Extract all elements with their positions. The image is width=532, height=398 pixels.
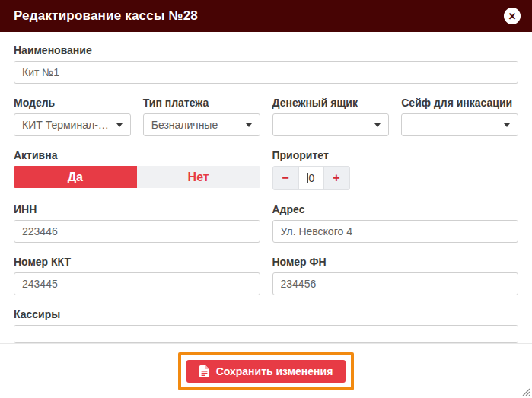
field-model: Модель КИТ Терминал-… bbox=[14, 97, 131, 136]
kkt-input[interactable] bbox=[14, 272, 260, 295]
payment-type-label: Тип платежа bbox=[143, 97, 260, 109]
modal-body: Наименование Модель КИТ Терминал-… Тип п… bbox=[0, 44, 532, 343]
modal-title: Редактирование кассы №28 bbox=[14, 8, 198, 24]
address-input[interactable] bbox=[272, 220, 519, 243]
resize-handle-icon[interactable] bbox=[520, 386, 530, 396]
priority-stepper: − 0 + bbox=[272, 166, 350, 190]
save-button[interactable]: Сохранить изменения bbox=[186, 360, 346, 383]
minus-icon[interactable]: − bbox=[273, 167, 298, 189]
active-toggle-no[interactable]: Нет bbox=[137, 166, 260, 188]
selects-row: Модель КИТ Терминал-… Тип платежа Безнал… bbox=[14, 97, 518, 136]
chevron-down-icon bbox=[116, 123, 123, 127]
highlight-annotation: Сохранить изменения bbox=[178, 352, 355, 390]
plus-icon[interactable]: + bbox=[324, 167, 349, 189]
safe-label: Сейф для инкасации bbox=[401, 97, 518, 109]
chevron-down-icon bbox=[504, 123, 510, 127]
model-select-value: КИТ Терминал-… bbox=[22, 119, 109, 131]
edit-cashbox-modal: Редактирование кассы №28 ✕ Наименование … bbox=[0, 0, 532, 398]
save-button-label: Сохранить изменения bbox=[216, 365, 333, 377]
field-cashiers: Кассиры bbox=[14, 308, 518, 343]
fn-input[interactable] bbox=[272, 272, 519, 295]
model-select[interactable]: КИТ Терминал-… bbox=[14, 113, 131, 136]
field-kkt: Номер ККТ bbox=[14, 256, 260, 295]
chevron-down-icon bbox=[374, 123, 381, 127]
cashiers-input[interactable] bbox=[14, 325, 518, 343]
kkt-label: Номер ККТ bbox=[14, 256, 260, 268]
payment-type-select[interactable]: Безналичные bbox=[143, 113, 260, 136]
safe-select[interactable] bbox=[401, 113, 518, 136]
field-name: Наименование bbox=[14, 44, 518, 84]
payment-type-select-value: Безналичные bbox=[151, 119, 218, 131]
priority-value: 0 bbox=[309, 172, 315, 184]
priority-value-input[interactable]: 0 bbox=[298, 167, 324, 189]
inn-label: ИНН bbox=[14, 203, 260, 215]
modal-footer: Сохранить изменения bbox=[0, 343, 532, 398]
active-priority-row: Активна Да Нет Приоритет − 0 + bbox=[14, 149, 518, 190]
name-input[interactable] bbox=[14, 61, 518, 84]
file-text-icon bbox=[199, 365, 209, 377]
inn-address-row: ИНН Адрес bbox=[14, 203, 518, 243]
field-address: Адрес bbox=[272, 203, 519, 243]
field-priority: Приоритет − 0 + bbox=[272, 149, 519, 190]
field-inn: ИНН bbox=[14, 203, 260, 243]
fn-label: Номер ФН bbox=[272, 256, 519, 268]
field-safe: Сейф для инкасации bbox=[401, 97, 518, 136]
address-label: Адрес bbox=[272, 203, 519, 215]
field-cash-drawer: Денежный ящик bbox=[272, 97, 390, 136]
cash-drawer-select[interactable] bbox=[272, 113, 390, 136]
text-cursor bbox=[307, 173, 308, 183]
modal-header: Редактирование кассы №28 bbox=[0, 0, 532, 32]
active-toggle: Да Нет bbox=[14, 166, 260, 188]
priority-label: Приоритет bbox=[272, 149, 519, 161]
name-label: Наименование bbox=[14, 44, 518, 56]
cashiers-label: Кассиры bbox=[14, 308, 518, 320]
inn-input[interactable] bbox=[14, 220, 260, 243]
active-toggle-yes[interactable]: Да bbox=[14, 166, 137, 188]
chevron-down-icon bbox=[246, 123, 252, 127]
active-label: Активна bbox=[14, 149, 260, 161]
field-active: Активна Да Нет bbox=[14, 149, 260, 190]
cash-drawer-label: Денежный ящик bbox=[272, 97, 390, 109]
close-icon[interactable]: ✕ bbox=[504, 8, 521, 24]
field-payment-type: Тип платежа Безналичные bbox=[143, 97, 260, 136]
field-fn: Номер ФН bbox=[272, 256, 519, 295]
kkt-fn-row: Номер ККТ Номер ФН bbox=[14, 256, 518, 295]
model-label: Модель bbox=[14, 97, 131, 109]
